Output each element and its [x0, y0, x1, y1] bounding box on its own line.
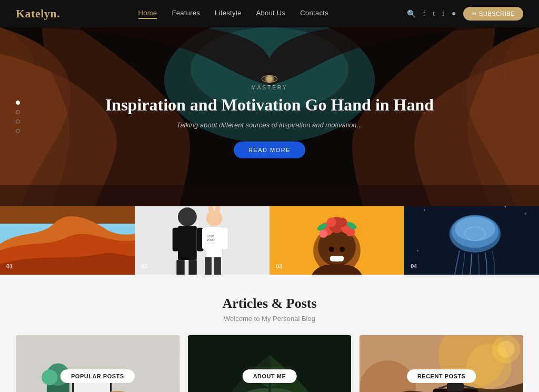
slide-dot-2[interactable] [16, 110, 20, 114]
svg-point-39 [424, 209, 425, 211]
article-card-recent[interactable]: RECENT POSTS [360, 335, 523, 392]
read-more-button[interactable]: READ MORE [234, 142, 305, 158]
gallery-num-1: 01 [6, 263, 13, 269]
hero-subtitle: Talking about different sources of inspi… [105, 121, 434, 129]
gallery-item-4[interactable]: 04 [404, 206, 539, 275]
slide-indicators [16, 100, 20, 133]
search-icon[interactable]: 🔍 [407, 9, 416, 18]
svg-point-29 [327, 217, 336, 227]
twitter-icon[interactable]: t [433, 9, 435, 18]
slide-dot-3[interactable] [16, 119, 20, 124]
svg-rect-69 [447, 383, 464, 391]
svg-point-42 [524, 213, 526, 215]
facebook-icon[interactable]: f [423, 9, 426, 18]
logo-text: Katelyn [16, 7, 57, 20]
svg-rect-11 [173, 228, 179, 252]
article-cards: POPULAR POSTS ABOUT ME [16, 335, 523, 392]
svg-text:YOUR: YOUR [207, 238, 215, 242]
main-nav: Home Features Lifestyle About Us Contact… [138, 9, 329, 19]
svg-rect-18 [214, 257, 221, 275]
gallery-item-3[interactable]: 03 [270, 206, 404, 275]
nav-features[interactable]: Features [172, 9, 200, 19]
instagram-icon[interactable]: i [442, 9, 444, 18]
subscribe-button[interactable]: SUBSCRIBE [463, 7, 523, 21]
slide-dot-4[interactable] [16, 129, 20, 133]
popular-posts-button[interactable]: POPULAR POSTS [61, 369, 135, 383]
hero-tag: MASTERY [105, 85, 434, 91]
header-right: 🔍 f t i ● SUBSCRIBE [407, 7, 524, 21]
logo-dot: . [57, 7, 60, 20]
mastery-icon [262, 75, 277, 83]
gallery-strip: 01 LOVE YOUR 02 [0, 206, 539, 275]
gallery-item-1[interactable]: 01 [0, 206, 135, 275]
article-card-popular[interactable]: POPULAR POSTS [16, 335, 179, 392]
svg-point-7 [178, 207, 197, 226]
recent-posts-button[interactable]: RECENT POSTS [407, 369, 476, 383]
svg-point-30 [337, 217, 347, 227]
about-me-button[interactable]: ABOUT ME [243, 369, 297, 383]
svg-rect-9 [176, 260, 184, 275]
svg-rect-8 [178, 226, 197, 260]
hero-content: MASTERY Inspiration and Motivation Go Ha… [105, 75, 434, 158]
svg-rect-17 [205, 257, 212, 275]
logo[interactable]: Katelyn. [16, 7, 60, 21]
hero-section: MASTERY Inspiration and Motivation Go Ha… [0, 27, 539, 206]
svg-point-51 [42, 369, 57, 385]
svg-point-13 [206, 210, 223, 226]
svg-point-35 [329, 247, 334, 252]
nav-contacts[interactable]: Contacts [300, 9, 328, 19]
slide-dot-1[interactable] [16, 100, 20, 105]
svg-text:LOVE: LOVE [207, 235, 214, 238]
articles-title: Articles & Posts [16, 296, 523, 311]
header: Katelyn. Home Features Lifestyle About U… [0, 0, 539, 27]
svg-rect-37 [330, 256, 344, 261]
svg-point-43 [417, 250, 418, 252]
article-card-about[interactable]: ABOUT ME [188, 335, 352, 392]
gallery-num-2: 02 [141, 263, 147, 269]
svg-point-36 [340, 247, 345, 252]
svg-point-31 [320, 230, 327, 238]
nav-about-us[interactable]: About Us [256, 9, 285, 19]
nav-lifestyle[interactable]: Lifestyle [215, 9, 241, 19]
articles-section: Articles & Posts Welcome to My Personal … [0, 275, 539, 392]
globe-icon[interactable]: ● [452, 9, 456, 18]
gallery-item-2[interactable]: LOVE YOUR 02 [135, 206, 270, 275]
svg-rect-16 [206, 226, 223, 257]
gallery-num-4: 04 [411, 263, 417, 269]
svg-rect-3 [0, 185, 539, 206]
gallery-num-3: 03 [276, 263, 282, 269]
svg-point-71 [498, 341, 515, 358]
articles-subtitle: Welcome to My Personal Blog [16, 315, 523, 323]
nav-home[interactable]: Home [138, 9, 157, 19]
hero-title: Inspiration and Motivation Go Hand in Ha… [105, 95, 434, 115]
svg-rect-10 [188, 260, 196, 275]
svg-rect-20 [222, 228, 228, 249]
svg-point-46 [455, 217, 495, 241]
